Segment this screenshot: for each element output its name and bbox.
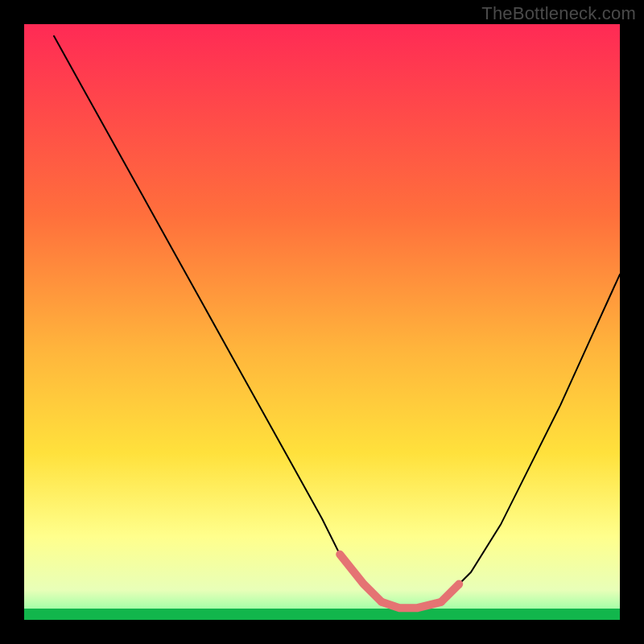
green-base-band bbox=[24, 609, 620, 620]
chart-svg bbox=[24, 24, 620, 620]
plot-area bbox=[24, 24, 620, 620]
gradient-background bbox=[24, 24, 620, 620]
chart-frame: TheBottleneck.com bbox=[0, 0, 644, 644]
watermark-text: TheBottleneck.com bbox=[481, 3, 636, 24]
